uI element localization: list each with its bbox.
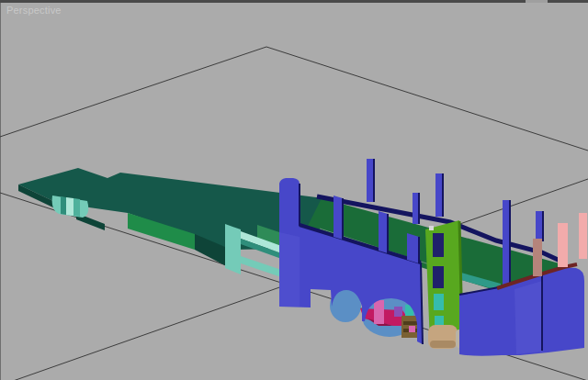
truck-headboard-rack[interactable] [425, 220, 462, 343]
pink-post-edge [579, 213, 587, 259]
viewport-canvas[interactable] [0, 3, 588, 380]
gooseneck-band-light [66, 197, 74, 216]
near-stake-post [379, 211, 388, 253]
hub-pin [409, 326, 415, 332]
viewport-title[interactable]: Perspective [6, 5, 62, 16]
axle-block [394, 307, 402, 317]
stake-post [435, 173, 443, 217]
stake-post [413, 193, 419, 224]
stake-post [367, 159, 374, 202]
perspective-viewport[interactable]: Perspective [0, 0, 588, 380]
body-facet-highlight [279, 232, 300, 307]
grid-edge-far-left [0, 47, 266, 137]
grid-edge-far-right [266, 47, 588, 151]
rack-cutout [433, 266, 444, 288]
pink-post [558, 223, 568, 267]
stake-post [503, 200, 510, 288]
suspension-cylinder [374, 300, 384, 324]
near-stake-post [334, 196, 343, 240]
stake-post [536, 211, 543, 241]
rear-corner-post [407, 233, 419, 263]
cab-facet-highlight [514, 281, 542, 354]
rack-cutout [433, 233, 444, 257]
hub-band [403, 321, 418, 325]
wheel-tire-shadow [430, 341, 456, 348]
rack-cutout-cyan [434, 294, 444, 310]
gooseneck-band-mid [74, 198, 80, 217]
ramp-left-face [225, 224, 241, 274]
rack-highlight [429, 226, 434, 230]
salmon-post [533, 239, 542, 276]
gooseneck-band-dark [61, 196, 66, 215]
